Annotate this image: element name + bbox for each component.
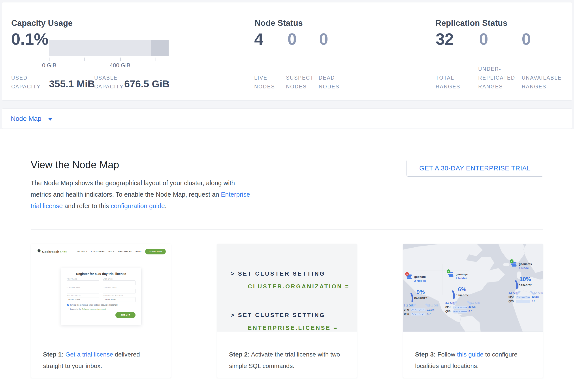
mini-submit-button: SUBMIT: [115, 312, 136, 318]
qps-label: QPS: [445, 310, 452, 313]
mini-field-label: PROJECT PHASE: [67, 295, 99, 297]
check-icon: [447, 269, 451, 273]
live-nodes-label: LIVE NODES: [254, 74, 283, 91]
locality-bubble-ams: geo=ams 1 Node 10% CAPACITY 3.6 GiB: [509, 261, 543, 303]
unavailable-ranges-label: UNAVAILABLE RANGES: [522, 74, 573, 91]
nodemap-onboarding-section: View the Node Map The Node Map shows the…: [0, 129, 574, 378]
capacity-tick: [49, 57, 49, 61]
step3-caption: Step 3: Follow this guide to configure l…: [403, 338, 543, 372]
mini-nav-blog: BLOG: [136, 250, 142, 253]
step-prefix: Step 2:: [229, 351, 250, 358]
capacity-usage-title: Capacity Usage: [11, 19, 73, 28]
mini-checkbox-checked: [67, 304, 69, 306]
sql-command: SET CLUSTER SETTING: [238, 312, 325, 318]
mini-checkbox1-label: I would like to receive email updates ab…: [70, 304, 118, 306]
mini-checkbox2-text: I agree to the: [70, 308, 82, 310]
cpu-label: CPU: [404, 308, 411, 311]
total-ranges-label: TOTAL RANGES: [436, 74, 471, 91]
locality-node-count: 2 Nodes: [414, 279, 426, 282]
mini-form-title: Register for a 30-day trial license: [67, 272, 136, 276]
cpu-label: CPU: [445, 306, 452, 308]
intro-paragraph: The Node Map shows the geographical layo…: [31, 177, 251, 212]
capacity-bar-segment: [151, 40, 169, 56]
capacity-ring: 6% CAPACITY: [451, 282, 473, 305]
node-status-title: Node Status: [255, 19, 303, 28]
mini-company-email-input: [103, 289, 136, 294]
dead-nodes-count: 0: [319, 31, 328, 47]
sql-prompt: >: [231, 312, 235, 318]
mini-reason-select: Please Select: [103, 297, 136, 302]
mini-field-label: FIRST NAME: [67, 278, 99, 280]
cpu-sparkline: [411, 308, 426, 311]
mini-field-label: REASON FOR INTEREST: [103, 295, 136, 297]
locality-node-count: 2 Nodes: [456, 277, 468, 280]
sql-argument: ENTERPRISE.LICENSE =: [248, 325, 338, 331]
step2-sql-snippet: > SET CLUSTER SETTING CLUSTER.ORGANIZATI…: [217, 244, 357, 332]
qps-value: 4.7: [427, 312, 431, 316]
qps-sparkline: [411, 313, 426, 316]
get-enterprise-trial-button[interactable]: GET A 30-DAY ENTERPRISE TRIAL: [407, 160, 543, 177]
step-text: [63, 351, 65, 358]
cpu-value: 12.3%: [532, 296, 539, 299]
capacity-tick-label-0: 0 GiB: [33, 62, 66, 69]
sql-prompt: >: [231, 270, 235, 277]
step1-caption: Step 1: Get a trial license delivered st…: [31, 338, 171, 372]
replication-status-title: Replication Status: [435, 19, 507, 28]
mini-checkbox-empty: [67, 308, 69, 310]
configuration-guide-link[interactable]: configuration guide: [111, 202, 165, 209]
under-replicated-ranges-count: 0: [479, 31, 488, 47]
mini-nav-product: PRODUCT: [77, 250, 87, 253]
locality-name: geo=ams: [519, 261, 532, 266]
capacity-tick: [120, 57, 121, 61]
cpu-sparkline: [453, 306, 467, 309]
intro-text: .: [165, 202, 167, 209]
mini-logo-labs-text: LABS: [60, 250, 67, 253]
total-ranges-count: 32: [436, 31, 454, 47]
cluster-summary-panel: Capacity Usage 0.1% 0 GiB 400 GiB USED C…: [2, 2, 572, 101]
qps-value: 0.0: [532, 300, 535, 303]
capacity-percent: 9%: [409, 289, 432, 296]
cockroach-bug-icon: [37, 249, 41, 254]
capacity-ring: 10% CAPACITY: [514, 272, 537, 295]
mini-nav-customers: CUSTOMERS: [91, 250, 105, 253]
mini-field-label: LAST NAME: [103, 278, 136, 280]
mini-last-name-input: [103, 280, 136, 285]
this-guide-link[interactable]: this guide: [457, 351, 484, 358]
mini-field-label: COMPANY NAME: [67, 287, 99, 288]
unavailable-ranges-count: 0: [522, 31, 531, 47]
capacity-percent: 6%: [451, 286, 473, 293]
mini-nav: PRODUCT CUSTOMERS DOCS RESOURCES BLOG: [77, 250, 142, 253]
mini-nav-resources: RESOURCES: [118, 250, 132, 253]
nodemap-view-selector[interactable]: Node Map: [2, 109, 572, 129]
capacity-tick-label-400: 400 GiB: [103, 62, 137, 69]
locality-bubble-sfo: 1 geo=sfo 2 Nodes: [404, 274, 439, 316]
mini-company-name-input: [67, 289, 99, 294]
section-divider: [31, 229, 543, 229]
suspect-nodes-label: SUSPECT NODES: [286, 74, 318, 91]
capacity-label: CAPACITY: [514, 284, 537, 287]
mini-checkbox2-label: I agree to the Software License Agreemen…: [70, 308, 106, 310]
spacer: [2, 101, 572, 109]
cpu-sparkline: [516, 296, 530, 299]
step-prefix: Step 1:: [43, 351, 63, 358]
cpu-value: 11.0%: [427, 308, 434, 311]
get-trial-license-link[interactable]: Get a trial license: [65, 351, 113, 358]
capacity-usage-bar: [49, 40, 169, 56]
onboarding-steps-row: Cockroach LABS PRODUCT CUSTOMERS DOCS RE…: [31, 244, 543, 378]
mini-field-label: COMPANY EMAIL: [103, 287, 136, 288]
suspect-nodes-count: 0: [287, 31, 297, 47]
qps-value: 0.0: [469, 310, 472, 313]
step2-caption: Step 2: Activate the trial license with …: [217, 338, 357, 372]
capacity-label: CAPACITY: [451, 294, 473, 297]
sql-argument: CLUSTER.ORGANIZATION =: [248, 283, 349, 290]
locality-bubble-nyc: geo=nyc 2 Nodes 6% CAPACITY 3.7 GiB: [445, 272, 481, 313]
mini-trial-form: Register for a 30-day trial license FIRS…: [61, 268, 141, 325]
qps-label: QPS: [509, 300, 515, 302]
locality-name: geo=sfo: [414, 274, 426, 279]
mini-license-agreement-link: Software License Agreement.: [82, 308, 106, 310]
capacity-ring: 9% CAPACITY: [409, 284, 432, 307]
used-capacity-label: USED CAPACITY: [11, 74, 49, 91]
qps-sparkline: [453, 310, 467, 313]
capacity-tick: [156, 57, 156, 61]
step1-card: Cockroach LABS PRODUCT CUSTOMERS DOCS RE…: [31, 244, 171, 378]
